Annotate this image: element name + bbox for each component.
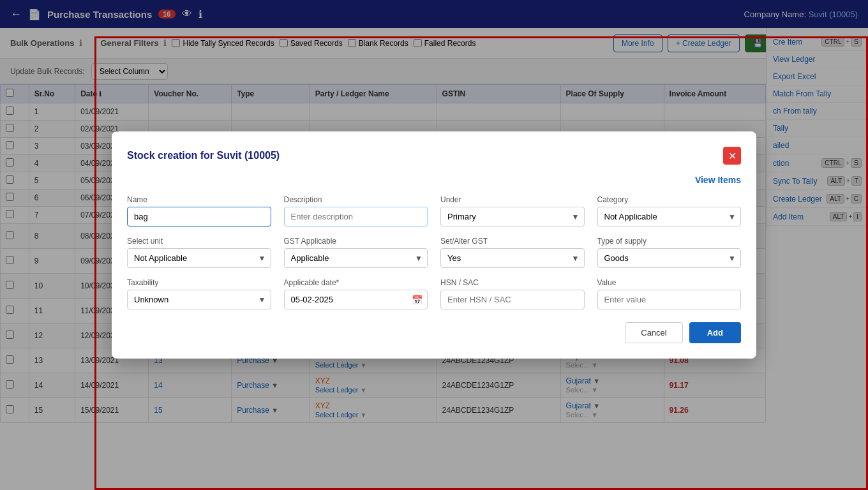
value-label: Value (597, 278, 742, 287)
category-field-group: Category Not Applicable ▼ (597, 195, 742, 226)
modal-backdrop: Stock creation for Suvit (10005) ✕ View … (0, 0, 868, 490)
set-alter-gst-select[interactable]: Yes No (440, 248, 585, 268)
select-unit-label: Select unit (127, 237, 271, 246)
taxability-field-group: Taxability Unknown Taxable Exempt ▼ (127, 278, 271, 309)
modal-close-button[interactable]: ✕ (723, 147, 741, 165)
set-alter-gst-label: Set/Alter GST (440, 237, 585, 246)
under-field-group: Under Primary ▼ (440, 195, 585, 226)
applicable-date-field-group: Applicable date* 📅 (284, 278, 428, 309)
name-input[interactable] (127, 207, 271, 226)
select-unit-field-group: Select unit Not Applicable ▼ (127, 237, 271, 268)
taxability-select[interactable]: Unknown Taxable Exempt (127, 290, 271, 309)
name-field-group: Name (127, 195, 271, 226)
gst-applicable-field-group: GST Applicable Applicable Not Applicable… (284, 237, 428, 268)
cancel-button[interactable]: Cancel (625, 322, 682, 343)
value-field-group: Value (597, 278, 742, 309)
applicable-date-input[interactable] (284, 290, 428, 309)
under-label: Under (440, 195, 585, 204)
modal-title: Stock creation for Suvit (10005) (127, 150, 280, 161)
name-label: Name (127, 195, 271, 204)
description-field-group: Description (284, 195, 428, 226)
modal-actions: Cancel Add (127, 322, 741, 343)
category-select[interactable]: Not Applicable (597, 207, 742, 226)
hsn-sac-input[interactable] (440, 290, 585, 309)
applicable-date-label: Applicable date* (284, 278, 428, 287)
gst-applicable-select[interactable]: Applicable Not Applicable (284, 248, 428, 268)
modal-header: Stock creation for Suvit (10005) ✕ (127, 147, 741, 165)
select-unit-select[interactable]: Not Applicable (127, 248, 271, 268)
gst-applicable-label: GST Applicable (284, 237, 428, 246)
view-items-link[interactable]: View Items (127, 175, 741, 185)
value-input[interactable] (597, 290, 742, 309)
type-of-supply-select[interactable]: Goods Services (597, 248, 742, 268)
taxability-label: Taxability (127, 278, 271, 287)
stock-creation-modal: Stock creation for Suvit (10005) ✕ View … (112, 131, 756, 359)
modal-form: Name Description Under Primary ▼ (127, 195, 741, 309)
type-of-supply-label: Type of supply (597, 237, 742, 246)
add-button[interactable]: Add (689, 322, 741, 343)
category-label: Category (597, 195, 742, 204)
under-select[interactable]: Primary (440, 207, 585, 226)
type-of-supply-field-group: Type of supply Goods Services ▼ (597, 237, 742, 268)
description-input[interactable] (284, 207, 428, 226)
hsn-sac-label: HSN / SAC (440, 278, 585, 287)
hsn-sac-field-group: HSN / SAC (440, 278, 585, 309)
description-label: Description (284, 195, 428, 204)
set-alter-gst-field-group: Set/Alter GST Yes No ▼ (440, 237, 585, 268)
